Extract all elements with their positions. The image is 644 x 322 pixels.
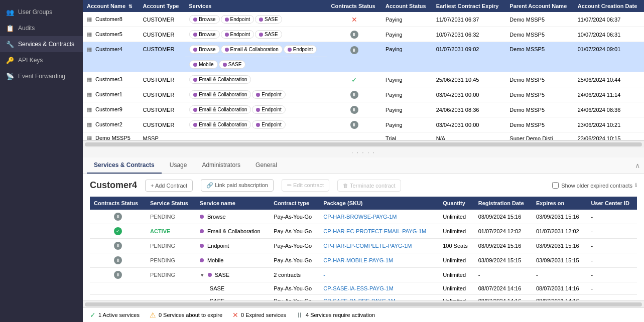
sidebar-item-event-forwarding[interactable]: 📡Event Forwarding bbox=[0, 68, 83, 84]
service-badge-label: SASE bbox=[265, 32, 278, 37]
service-badge-label: Endpoint bbox=[262, 92, 281, 97]
top-scrollbar-thumb[interactable] bbox=[85, 142, 642, 146]
bottom-status-bar: ✓ 1 Active services ⚠ 0 Services about t… bbox=[83, 307, 644, 322]
table-row[interactable]: ▦ Customer4 CUSTOMER Browse Email & Coll… bbox=[83, 42, 644, 57]
link-paid-subscription-button[interactable]: 🔗 Link paid subscription bbox=[201, 179, 274, 192]
detail-col-expires-on[interactable]: Expires on bbox=[532, 197, 587, 210]
detail-row[interactable]: SASE Pay-As-You-Go CP-SASE-IA-ESS-PAYG-1… bbox=[90, 282, 637, 295]
detail-cell-contracts-status: ⏸ bbox=[90, 210, 146, 224]
detail-col-user-center-id[interactable]: User Center ID bbox=[587, 197, 637, 210]
detail-row[interactable]: ⏸ PENDING Mobile Pay-As-You-Go CP-HAR-MO… bbox=[90, 253, 637, 268]
tab-administrators[interactable]: Administrators bbox=[195, 157, 247, 174]
table-row[interactable]: ▦ Customer1 CUSTOMER Email & Collaborati… bbox=[83, 87, 644, 102]
detail-row[interactable]: ✓ ACTIVE Email & Collaboration Pay-As-Yo… bbox=[90, 224, 637, 239]
cell-account-type: CUSTOMER bbox=[139, 102, 185, 117]
service-dot bbox=[223, 63, 227, 67]
service-badge-label: SASE bbox=[228, 62, 242, 67]
detail-row[interactable]: ⏸ PENDING Endpoint Pay-As-You-Go CP-HAR-… bbox=[90, 239, 637, 253]
table-row[interactable]: ▦ Customer8 CUSTOMER Browse Endpoint SAS… bbox=[83, 12, 644, 27]
table-row[interactable]: ▦ Customer5 CUSTOMER Browse Endpoint SAS… bbox=[83, 27, 644, 42]
service-dot bbox=[193, 63, 197, 67]
cell-creation-date: 10/07/2024 06:31 bbox=[574, 27, 644, 42]
detail-col-package-sku[interactable]: Package (SKU) bbox=[319, 197, 439, 210]
sidebar: 👥User Groups📋Audits🔧Services & Contracts… bbox=[0, 0, 83, 322]
service-dot bbox=[208, 273, 212, 277]
detail-cell-registration-date: 03/09/2024 15:16 bbox=[474, 210, 532, 224]
service-badge: Endpoint bbox=[221, 30, 254, 39]
service-badge-label: Browse bbox=[199, 47, 215, 52]
service-dot bbox=[193, 93, 197, 97]
tab-services-contracts[interactable]: Services & Contracts bbox=[87, 157, 162, 174]
service-badge-label: Email & Collaboration bbox=[199, 92, 247, 97]
cell-services bbox=[185, 132, 327, 141]
col-account-name[interactable]: Account Name ⇅ bbox=[83, 0, 139, 12]
detail-cell-service-name: SASE bbox=[196, 282, 270, 295]
col-contracts-status[interactable]: Contracts Status bbox=[327, 0, 381, 12]
sidebar-label-services-contracts: Services & Contracts bbox=[18, 41, 74, 48]
tab-general[interactable]: General bbox=[248, 157, 284, 174]
detail-col-registration-date[interactable]: Registration Date bbox=[474, 197, 532, 210]
row-icon: ▦ bbox=[87, 121, 92, 127]
add-contract-button[interactable]: + Add Contract bbox=[145, 180, 193, 192]
cell-earliest-expiry: 01/07/2031 09:02 bbox=[432, 42, 506, 72]
sase-expand[interactable]: ▼ SASE bbox=[200, 272, 229, 278]
service-badge-label: Browse bbox=[199, 17, 215, 22]
show-older-checkbox[interactable] bbox=[552, 182, 559, 189]
detail-col-quantity[interactable]: Quantity bbox=[439, 197, 474, 210]
sidebar-item-api-keys[interactable]: 🔑API Keys bbox=[0, 52, 83, 68]
service-badge-label: Endpoint bbox=[262, 107, 281, 112]
detail-cell-contract-type: Pay-As-You-Go bbox=[270, 224, 319, 239]
cell-account-type: CUSTOMER bbox=[139, 12, 185, 27]
detail-row[interactable]: ⏸ PENDING ▼ SASE 2 contracts - Unlimited… bbox=[90, 268, 637, 282]
sidebar-item-audits[interactable]: 📋Audits bbox=[0, 20, 83, 36]
detail-service-status: PENDING bbox=[150, 243, 175, 249]
terminate-contract-button[interactable]: 🗑 Terminate contract bbox=[337, 180, 401, 192]
col-account-creation-date[interactable]: Account Creation Date bbox=[574, 0, 644, 12]
service-badge: Email & Collaboration bbox=[189, 75, 251, 84]
detail-cell-service-status bbox=[146, 295, 196, 301]
service-dot bbox=[193, 78, 197, 82]
service-badge: Email & Collaboration bbox=[221, 45, 283, 54]
detail-service-name: Browse bbox=[207, 214, 226, 220]
col-account-status[interactable]: Account Status bbox=[381, 0, 432, 12]
detail-service-name: Mobile bbox=[207, 257, 223, 263]
collapse-panel-button[interactable]: ∧ bbox=[635, 162, 640, 170]
detail-col-service-name[interactable]: Service name bbox=[196, 197, 270, 210]
detail-row[interactable]: ⏸ PENDING Browse Pay-As-You-Go CP-HAR-BR… bbox=[90, 210, 637, 224]
edit-contract-button[interactable]: ✏ Edit contract bbox=[282, 179, 329, 192]
bottom-scrollbar-thumb[interactable] bbox=[85, 302, 642, 306]
table-row[interactable]: ▦ Customer9 CUSTOMER Email & Collaborati… bbox=[83, 102, 644, 117]
sidebar-item-services-contracts[interactable]: 🔧Services & Contracts bbox=[0, 36, 83, 52]
cell-earliest-expiry: 11/07/2031 06:37 bbox=[432, 12, 506, 27]
detail-row[interactable]: SASE Pay-As-You-Go CP-SASE-PA-PRE-PAYG-1… bbox=[90, 295, 637, 301]
detail-col-service-status[interactable]: Service Status bbox=[146, 197, 196, 210]
detail-cell-quantity: Unlimited bbox=[439, 282, 474, 295]
expand-arrow-icon: ▼ bbox=[200, 272, 205, 278]
top-scroll-bar[interactable] bbox=[83, 140, 644, 147]
detail-col-contracts-status[interactable]: Contracts Status bbox=[90, 197, 146, 210]
sidebar-item-user-groups[interactable]: 👥User Groups bbox=[0, 4, 83, 20]
col-parent-account-name[interactable]: Parent Account Name bbox=[505, 0, 573, 12]
row-icon: ▦ bbox=[87, 135, 92, 140]
detail-col-contract-type[interactable]: Contract type bbox=[270, 197, 319, 210]
cell-account-name: ▦ Customer3 bbox=[83, 72, 139, 87]
cell-contracts-status: ⏸ bbox=[327, 27, 381, 42]
sidebar-icon-services-contracts: 🔧 bbox=[6, 40, 14, 48]
service-badge-label: Browse bbox=[199, 32, 215, 37]
detail-cell-user-center-id: - bbox=[587, 224, 637, 239]
detail-cell-package-sku: CP-HAR-EC-PROTECT-EMAIL-PAYG-1M bbox=[319, 224, 439, 239]
tab-usage[interactable]: Usage bbox=[163, 157, 194, 174]
row-icon: ▦ bbox=[87, 91, 92, 97]
table-row[interactable]: ▦ Customer3 CUSTOMER Email & Collaborati… bbox=[83, 72, 644, 87]
table-row[interactable]: ▦ Customer2 CUSTOMER Email & Collaborati… bbox=[83, 117, 644, 132]
table-row[interactable]: ▦ Demo MSSP5 MSSP Trial N/A Super Demo D… bbox=[83, 132, 644, 141]
col-account-type[interactable]: Account Type bbox=[139, 0, 185, 12]
col-services[interactable]: Services bbox=[185, 0, 327, 12]
col-earliest-contract-expiry[interactable]: Earliest Contract Expiry bbox=[432, 0, 506, 12]
cell-contracts-status: ⏸ bbox=[327, 87, 381, 102]
bottom-scroll-bar[interactable] bbox=[83, 300, 644, 307]
service-badge: SASE bbox=[255, 30, 282, 39]
cell-earliest-expiry: 03/04/2031 00:00 bbox=[432, 87, 506, 102]
cell-parent-account: Demo MSSP5 bbox=[505, 102, 573, 117]
detail-cell-service-status bbox=[146, 282, 196, 295]
